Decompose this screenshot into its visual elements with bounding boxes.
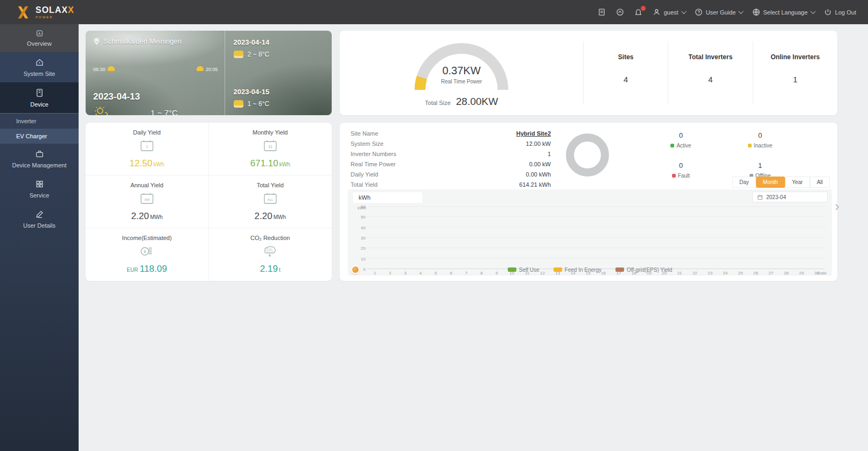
next-site-arrow[interactable]: ›	[835, 199, 839, 213]
main-content: Schmalkalden Meiningen 06:30 20:05 2023-…	[79, 24, 868, 451]
weather-today-temp: 1 ~ 7°C	[111, 108, 217, 116]
bar-day-27[interactable]: 27	[764, 207, 779, 269]
annual-yield-value: 2.20	[131, 211, 149, 221]
weather-today-date: 2023-04-13	[93, 91, 217, 102]
status-fault: 0 Fault	[641, 161, 720, 192]
monthly-yield-cell: Monthly Yield 31 671.10kWh	[209, 123, 332, 175]
username: guest	[664, 9, 678, 16]
y-tick: 60	[361, 205, 366, 209]
sidebar-item-device-management[interactable]: Device Management	[0, 144, 79, 174]
bar-day-11[interactable]: 11	[520, 207, 535, 269]
range-all-button[interactable]: All	[810, 177, 830, 188]
sidebar-subitem-ev-charger[interactable]: EV Charger	[0, 129, 79, 144]
bar-day-21[interactable]: 21	[672, 207, 687, 269]
bar-day-10[interactable]: 10	[505, 207, 520, 269]
bar-day-7[interactable]: 7	[459, 207, 474, 269]
bar-day-28[interactable]: 28	[779, 207, 794, 269]
bar-day-5[interactable]: 5	[428, 207, 443, 269]
income-value: 118.09	[139, 264, 167, 274]
calendar-all-icon: ALL	[262, 192, 278, 208]
bar-day-14[interactable]: 14	[565, 207, 580, 269]
forecast-day-2: 2023-04-15 1 ~ 6°C	[234, 88, 323, 108]
bar-day-6[interactable]: 6	[443, 207, 458, 269]
income-cell: Income(Estimated) $ EUR118.09	[86, 228, 209, 281]
bar-day-9[interactable]: 9	[489, 207, 504, 269]
y-tick: 20	[361, 246, 366, 251]
user-guide-menu[interactable]: User Guide	[695, 8, 743, 17]
brand-name: SOLAXX	[36, 6, 74, 15]
bar-day-25[interactable]: 25	[733, 207, 748, 269]
chevron-down-icon	[738, 9, 744, 14]
legend-eps[interactable]: Off-grid(EPS) Yield	[615, 267, 672, 273]
bar-day-16[interactable]: 16	[596, 207, 611, 269]
bar-day-23[interactable]: 23	[703, 207, 718, 269]
feedback-float-button[interactable]	[351, 265, 360, 274]
active-dot	[670, 144, 674, 147]
status-inactive: 0 Inactive	[720, 131, 800, 161]
annual-yield-cell: Annual Yield 365 2.20MWh	[86, 175, 209, 228]
bar-day-18[interactable]: 18	[626, 207, 641, 269]
brand-logo[interactable]: SOLAXX POWER	[15, 4, 74, 20]
bar-day-15[interactable]: 15	[580, 207, 596, 269]
bar-day-29[interactable]: 29	[794, 207, 809, 269]
bar-day-26[interactable]: 26	[748, 207, 763, 269]
bar-day-30[interactable]: 30	[809, 207, 824, 269]
range-year-button[interactable]: Year	[785, 177, 810, 188]
range-day-button[interactable]: Day	[732, 177, 756, 188]
unit-select[interactable]: kWh	[353, 192, 422, 203]
y-tick: 30	[361, 236, 366, 241]
sidebar-item-service[interactable]: Service	[0, 174, 79, 204]
user-menu[interactable]: guest	[653, 8, 685, 17]
logout-button[interactable]: Log Out	[824, 8, 856, 17]
self-use-swatch	[508, 267, 516, 272]
bar-day-17[interactable]: 17	[611, 207, 626, 269]
total-yield-value: 2.20	[255, 211, 272, 221]
calendar-year-icon: 365	[139, 192, 155, 208]
sunset-icon	[197, 66, 204, 71]
bar-day-1[interactable]: 1	[367, 207, 382, 269]
sidebar-subitem-inverter[interactable]: Inverter	[0, 114, 79, 129]
topbar: SOLAXX POWER guest	[0, 0, 868, 24]
inverter-numbers-value: 1	[548, 151, 551, 157]
range-month-button[interactable]: Month	[756, 177, 785, 188]
status-donut-chart	[566, 133, 609, 177]
bar-day-19[interactable]: 19	[641, 207, 656, 269]
legend-self-use[interactable]: Self Use	[508, 267, 540, 273]
bar-day-3[interactable]: 3	[398, 207, 413, 269]
sidebar-item-device[interactable]: Device	[0, 82, 79, 114]
stat-total-inverters: Total Inverters 4	[668, 41, 752, 104]
language-menu[interactable]: Select Language	[752, 8, 814, 17]
sidebar-item-system-site[interactable]: System Site	[0, 52, 79, 82]
forecast-day-1: 2023-04-14 2 ~ 8°C	[234, 38, 323, 58]
stat-sites: Sites 4	[583, 41, 668, 104]
fault-dot	[672, 174, 676, 178]
legend-feed-in[interactable]: Feed In Energy	[554, 267, 601, 273]
calendar-day-icon: 1	[139, 139, 155, 155]
bar-day-4[interactable]: 4	[413, 207, 428, 269]
site-name-link[interactable]: Hybrid Site2	[516, 130, 551, 137]
chart-bars: 1234567891011121314151617181920212223242…	[367, 207, 824, 269]
sidebar-item-overview[interactable]: Overview	[0, 24, 79, 52]
real-time-power-label: Real Time Power	[410, 79, 513, 84]
bar-day-2[interactable]: 2	[382, 207, 397, 269]
bar-day-22[interactable]: 22	[687, 207, 702, 269]
bar-day-8[interactable]: 8	[474, 207, 489, 269]
site-icon	[34, 58, 45, 67]
bar-day-24[interactable]: 24	[718, 207, 733, 269]
sidebar-item-user-details[interactable]: User Details	[0, 204, 79, 234]
site-total-yield-value: 614.21 kWh	[519, 181, 551, 188]
bar-day-12[interactable]: 12	[535, 207, 550, 269]
user-details-icon	[34, 209, 45, 219]
notification-bell-icon[interactable]	[634, 8, 643, 17]
inactive-dot	[748, 144, 752, 147]
home-icon[interactable]	[616, 8, 625, 17]
bar-day-20[interactable]: 20	[657, 207, 672, 269]
date-picker[interactable]: 2023-04	[752, 192, 828, 202]
language-label: Select Language	[763, 9, 808, 16]
report-icon[interactable]	[598, 8, 606, 17]
total-size-value: 28.00KW	[456, 96, 498, 108]
bar-day-13[interactable]: 13	[550, 207, 565, 269]
calendar-month-icon: 31	[262, 139, 278, 155]
co2-cell: CO₂ Reduction CO₂ 2.19t	[209, 228, 332, 281]
yield-chart: kWh 2023-04 kWh 0102030405060 123456789	[348, 189, 832, 276]
